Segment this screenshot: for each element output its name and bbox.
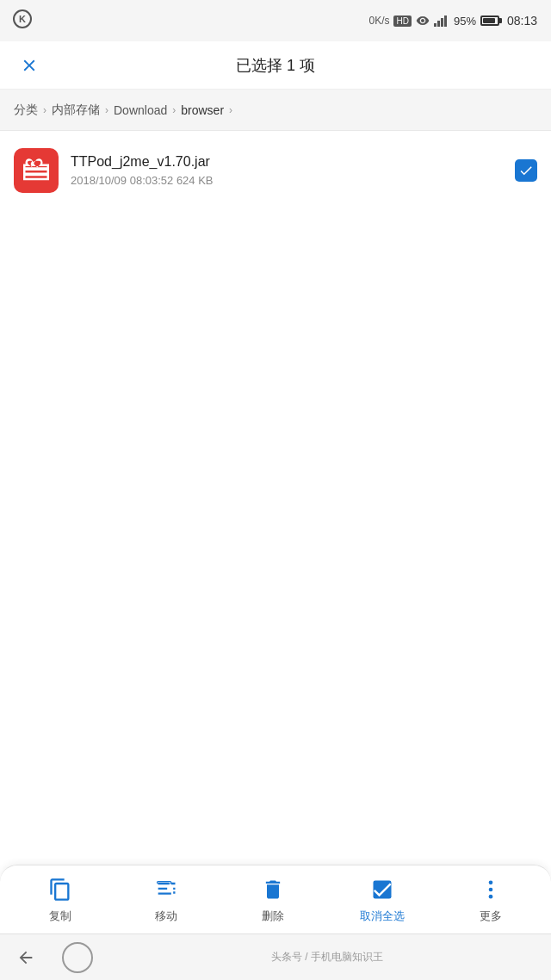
battery-percent: 95% <box>454 15 476 28</box>
more-button[interactable]: 更多 <box>461 871 521 929</box>
svg-rect-4 <box>441 18 443 27</box>
svg-rect-3 <box>437 21 440 27</box>
breadcrumb-sep-1: › <box>43 104 46 116</box>
breadcrumb-sep-2: › <box>105 104 108 116</box>
deselect-label: 取消全选 <box>360 909 405 924</box>
watermark-text: 头条号 / 手机电脑知识王 <box>271 950 383 964</box>
breadcrumb-item-download[interactable]: Download <box>114 103 167 117</box>
svg-rect-7 <box>373 880 391 898</box>
home-button[interactable] <box>52 940 103 975</box>
bottom-toolbar: 复制 移动 删除 取消全选 <box>0 865 551 933</box>
file-meta: 2018/10/09 08:03:52 624 KB <box>71 174 503 187</box>
file-name: TTPod_j2me_v1.70.jar <box>71 154 503 170</box>
svg-point-8 <box>489 880 493 884</box>
huawei-logo: K <box>12 9 33 33</box>
bottom-nav: 头条号 / 手机电脑知识王 <box>0 933 551 980</box>
copy-label: 复制 <box>49 909 71 924</box>
deselect-icon <box>368 876 396 903</box>
delete-icon <box>259 876 287 903</box>
svg-point-9 <box>489 887 493 891</box>
top-nav: 已选择 1 项 <box>0 41 551 90</box>
copy-icon <box>46 876 74 903</box>
breadcrumb: 分类 › 内部存储 › Download › browser › <box>0 90 551 131</box>
more-label: 更多 <box>480 909 502 924</box>
svg-text:K: K <box>19 14 26 24</box>
signal-icon <box>434 15 449 27</box>
battery-icon <box>480 16 499 26</box>
clock: 08:13 <box>507 14 537 28</box>
page-title: 已选择 1 项 <box>45 55 506 76</box>
move-icon <box>152 876 180 903</box>
back-button[interactable] <box>0 940 52 975</box>
network-speed: 0K/s <box>368 15 389 27</box>
file-item[interactable]: TTPod_j2me_v1.70.jar 2018/10/09 08:03:52… <box>0 138 551 203</box>
watermark-area: 头条号 / 手机电脑知识王 <box>103 950 551 964</box>
file-list: TTPod_j2me_v1.70.jar 2018/10/09 08:03:52… <box>0 131 551 210</box>
breadcrumb-sep-3: › <box>172 104 176 116</box>
copy-button[interactable]: 复制 <box>30 871 90 929</box>
home-circle <box>62 942 93 973</box>
breadcrumb-sep-4: › <box>229 104 232 116</box>
move-label: 移动 <box>155 909 177 924</box>
breadcrumb-item-category[interactable]: 分类 <box>14 102 38 118</box>
file-checkbox[interactable] <box>515 159 537 182</box>
more-icon <box>477 876 505 903</box>
status-bar-right: 0K/s HD 95% 08:13 <box>368 14 537 28</box>
file-info: TTPod_j2me_v1.70.jar 2018/10/09 08:03:52… <box>71 154 503 187</box>
move-button[interactable]: 移动 <box>136 871 196 929</box>
close-button[interactable] <box>14 50 45 81</box>
breadcrumb-item-storage[interactable]: 内部存储 <box>52 102 100 118</box>
hd-badge: HD <box>393 16 411 27</box>
svg-rect-5 <box>444 16 447 27</box>
file-type-icon <box>14 148 59 193</box>
delete-label: 删除 <box>262 909 284 924</box>
eye-icon <box>416 14 430 28</box>
status-bar: K 0K/s HD 95% 08:13 <box>0 0 551 41</box>
delete-button[interactable]: 删除 <box>243 871 303 929</box>
deselect-all-button[interactable]: 取消全选 <box>350 871 415 929</box>
svg-rect-2 <box>434 23 436 27</box>
svg-point-10 <box>489 894 493 898</box>
breadcrumb-item-browser[interactable]: browser <box>181 103 224 117</box>
